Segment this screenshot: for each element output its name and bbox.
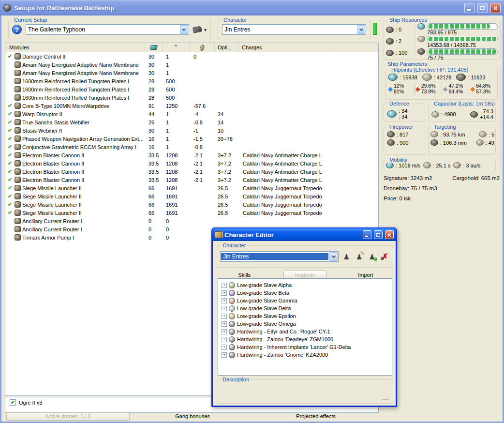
dialog-character-combobox[interactable]: Jin Entres (220, 251, 339, 262)
module-row[interactable]: ✔ Siege Missile Launcher II 66 1691 26.5… (5, 200, 378, 209)
module-row[interactable]: 1600mm Reinforced Rolled Tungsten Plates… (5, 93, 378, 102)
dialog-character-combobox-arrow[interactable] (329, 252, 338, 261)
module-row[interactable]: ✔ Electron Blaster Cannon II 33.5 1208 -… (5, 167, 378, 176)
module-cpu: 33.5 (145, 152, 163, 158)
expand-plus-icon[interactable]: + (222, 283, 227, 288)
expand-plus-icon[interactable]: + (222, 329, 227, 334)
implant-item[interactable]: + Low-grade Slave Gamma (218, 297, 392, 304)
expand-plus-icon[interactable]: + (222, 321, 227, 327)
expand-plus-icon[interactable]: + (222, 298, 227, 303)
module-row[interactable]: ✔ Siege Missile Launcher II 66 1691 26.5… (5, 184, 378, 192)
modules-column-header[interactable]: Modules (5, 43, 145, 52)
module-row[interactable]: Ancillary Current Router I 0 0 (5, 217, 378, 225)
dialog-character-combobox-value: Jin Entres (221, 253, 328, 260)
module-powergrid: 1 (163, 70, 190, 76)
charges-column-header[interactable]: Charges (239, 43, 328, 52)
clone-character-button[interactable]: ♟ (367, 251, 377, 262)
module-row[interactable]: ✔ Core B-Type 100MN MicroWarpdrive 91 12… (5, 102, 378, 110)
module-name: Phased Weapon Navigation Array Generatio… (22, 136, 144, 142)
module-powergrid: 1 (163, 144, 190, 150)
module-row[interactable]: Amarr Navy Energized Adaptive Nano Membr… (5, 69, 378, 77)
expand-plus-icon[interactable]: + (222, 352, 227, 358)
module-cpu: 30 (145, 128, 163, 134)
chevron-down-icon (182, 27, 186, 30)
module-cpu: 16 (145, 144, 163, 150)
implant-item[interactable]: + Low-grade Slave Delta (218, 304, 392, 312)
dialog-minimize-button[interactable] (363, 230, 371, 239)
sensor-strength-icon (476, 139, 484, 146)
ship-resources-group: Ship Resources : 0 : 2 : 100 793.95 / 87… (384, 20, 501, 60)
implant-label: Low-grade Slave Gamma (237, 298, 297, 303)
implant-item[interactable]: + Low-grade Slave Omega (218, 320, 392, 328)
armor-icon (422, 74, 432, 81)
modules-table-header[interactable]: Modules * Opti... Charges (5, 43, 378, 52)
implant-item[interactable]: + Hardwiring - Zainou 'Gnome' KZA2000 (218, 351, 392, 359)
dialog-maximize-button[interactable] (374, 230, 383, 239)
em-shield-resist: 12% (394, 83, 404, 89)
module-row[interactable]: ✔ Electron Blaster Cannon II 33.5 1208 -… (5, 176, 378, 184)
character-combobox[interactable]: Jin Entres (222, 24, 366, 35)
setup-tools-button[interactable]: ▾ (193, 27, 207, 32)
resize-grip[interactable] (382, 399, 389, 400)
module-row[interactable]: ✔ Conjunctive Gravimetric ECCM Scanning … (5, 143, 378, 151)
module-row[interactable]: ✔ Damage Control II 30 1 0 (5, 52, 378, 60)
powergrid-column-header[interactable]: * (163, 43, 190, 52)
module-row[interactable]: ✔ Phased Weapon Navigation Array Generat… (5, 135, 378, 143)
module-cpu: 66 (145, 194, 163, 199)
new-character-button[interactable]: ♟ (341, 251, 352, 262)
active-drones-button[interactable]: Active drones: 3 / 5 (6, 412, 130, 421)
shield-hp-value: : 15938 (400, 75, 417, 80)
implant-item[interactable]: + Low-grade Slave Beta (218, 289, 392, 297)
expand-plus-icon[interactable]: + (222, 337, 227, 342)
expand-plus-icon[interactable]: + (222, 314, 227, 319)
module-row[interactable]: ✔ Siege Missile Launcher II 66 1691 26.5… (5, 192, 378, 200)
setup-combobox-arrow[interactable] (180, 25, 188, 34)
module-row[interactable]: 1600mm Reinforced Rolled Tungsten Plates… (5, 85, 378, 93)
dialog-close-button[interactable]: × (385, 230, 394, 239)
implant-item[interactable]: + Low-grade Slave Epsilon (218, 312, 392, 320)
setup-combobox[interactable]: The Gallente Typhoon (26, 24, 189, 35)
drone-checkbox[interactable]: ✔ (10, 399, 16, 406)
hardpoints-column: : 0 : 2 : 100 (384, 23, 415, 59)
max-velocity-value: : 1018 m/s (396, 163, 420, 168)
character-editor-icon (215, 231, 222, 238)
implant-item[interactable]: + Hardwiring - Zainou 'Deadeye' ZGM1000 (218, 335, 392, 343)
warp-speed-value: : 3 au/s (463, 163, 480, 168)
module-row[interactable]: ✔ True Sansha Stasis Webifier 25 1 -0.8 … (5, 118, 378, 126)
implant-item[interactable]: + Hardwiring - Inherent Implants 'Lancer… (218, 343, 392, 351)
implant-item[interactable]: + Hardwiring - Eifyr and Co. 'Rogue' CY-… (218, 328, 392, 335)
implant-item[interactable]: + Low-grade Slave Alpha (218, 281, 392, 289)
edit-character-button[interactable]: ♟✎ (355, 251, 365, 262)
module-powergrid: 1691 (163, 185, 190, 191)
fitted-check-icon: ✔ (7, 119, 13, 125)
expand-plus-icon[interactable]: + (222, 290, 227, 296)
shield-icon (388, 74, 398, 81)
setup-combobox-value: The Gallente Typhoon (26, 26, 179, 33)
capacitor-column-header[interactable] (190, 43, 215, 52)
expand-plus-icon[interactable]: + (222, 345, 227, 350)
optimal-column-header[interactable]: Opti... (215, 43, 239, 52)
character-editor-titlebar[interactable]: Character Editor × (212, 228, 396, 241)
module-name: Ancillary Current Router I (22, 227, 82, 232)
expand-plus-icon[interactable]: + (222, 306, 227, 311)
module-row[interactable]: ✔ Electron Blaster Cannon II 33.5 1208 -… (5, 159, 378, 167)
delete-character-button[interactable]: ♟✗ (380, 251, 390, 262)
module-row[interactable]: Amarr Navy Energized Adaptive Nano Membr… (5, 60, 378, 69)
module-row[interactable]: ✔ Electron Blaster Cannon II 33.5 1208 -… (5, 151, 378, 159)
implant-head-icon (229, 313, 235, 319)
help-icon[interactable]: ? (12, 25, 22, 34)
module-row[interactable]: ✔ Warp Disruptor II 44 1 -4 24 (5, 110, 378, 118)
module-icon (15, 61, 21, 68)
module-row[interactable]: 1600mm Reinforced Rolled Tungsten Plates… (5, 77, 378, 85)
projected-effects-button[interactable]: Projected effects (277, 413, 355, 419)
module-row[interactable]: ✔ Stasis Webifier II 30 1 -1 10 (5, 126, 378, 135)
ship-stats-block: Signature: 3243 m2 Cargohold: 665 m3 Dro… (384, 175, 500, 201)
module-row[interactable]: ✔ Siege Missile Launcher II 66 1691 26.5… (5, 209, 378, 217)
module-powergrid: 0 (163, 218, 190, 224)
character-combobox-arrow[interactable] (357, 25, 365, 34)
dialog-character-group: Character Jin Entres ♟ ♟✎ ♟ ♟✗ (217, 245, 393, 268)
gang-bonuses-button[interactable]: Gang bonuses (154, 413, 231, 419)
module-cpu: 33.5 (145, 177, 163, 183)
cpu-column-header[interactable] (145, 43, 163, 52)
module-cpu: 66 (145, 185, 163, 191)
